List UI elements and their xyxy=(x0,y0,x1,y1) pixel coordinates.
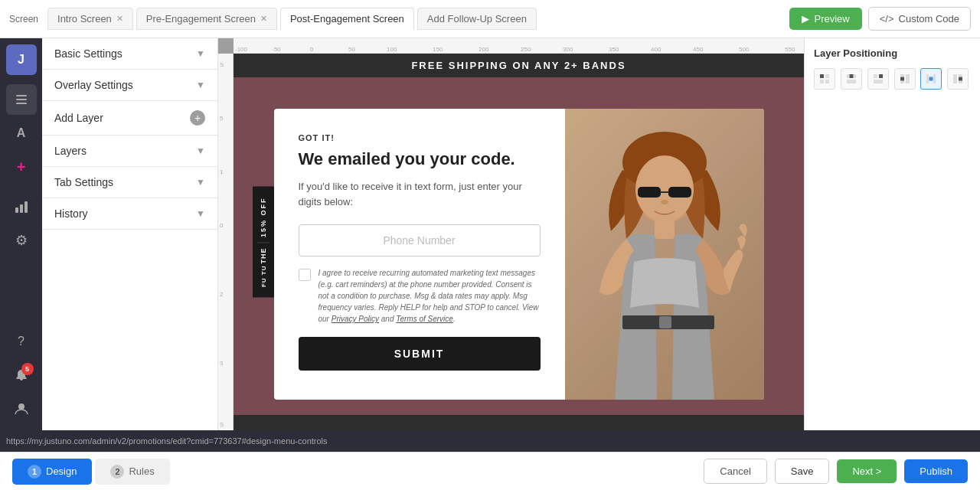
modal-subtitle: If you'd like to receive it in text form… xyxy=(299,179,541,209)
tab-design-label: Design xyxy=(46,466,77,477)
svg-rect-26 xyxy=(874,74,877,78)
top-bar: Screen Intro Screen ✕ Pre-Engagement Scr… xyxy=(0,0,980,38)
svg-rect-21 xyxy=(849,74,853,78)
canvas-bottom-bar xyxy=(234,415,804,430)
tab-pre-engagement[interactable]: Pre-Engagement Screen ✕ xyxy=(136,8,277,30)
add-layer-header[interactable]: Add Layer + xyxy=(42,101,217,135)
pos-btn-middle-center[interactable] xyxy=(920,68,942,90)
phone-number-input[interactable] xyxy=(299,224,541,256)
tab-pre-engagement-close[interactable]: ✕ xyxy=(260,14,267,24)
settings-icon: ⚙ xyxy=(15,232,28,249)
history-header[interactable]: History ▼ xyxy=(42,198,217,229)
svg-rect-16 xyxy=(659,316,671,328)
save-button[interactable]: Save xyxy=(775,459,830,484)
tab-post-engagement-label: Post-Engagement Screen xyxy=(290,13,404,24)
submit-button[interactable]: SUBMIT xyxy=(299,337,541,371)
svg-rect-3 xyxy=(15,207,18,213)
svg-rect-33 xyxy=(926,74,929,83)
tab-settings-header[interactable]: Tab Settings ▼ xyxy=(42,167,217,198)
preview-label: Preview xyxy=(814,13,849,24)
overlay-settings-chevron: ▼ xyxy=(196,80,205,90)
layers-header[interactable]: Layers ▼ xyxy=(42,136,217,166)
svg-rect-29 xyxy=(900,74,904,77)
side-badge-container: 15% OFF THE FU TU xyxy=(253,186,274,297)
svg-rect-23 xyxy=(854,74,856,78)
cancel-button[interactable]: Cancel xyxy=(704,459,766,484)
svg-rect-17 xyxy=(820,74,824,78)
svg-rect-19 xyxy=(820,80,824,83)
add-layer-label: Add Layer xyxy=(54,112,103,124)
sidebar-icon-font[interactable]: A xyxy=(6,118,37,149)
pos-btn-middle-left[interactable] xyxy=(894,68,916,90)
modal-right-image xyxy=(565,109,764,400)
modal-overlay: 15% OFF THE FU TU ✕ GOT IT! We emailed y… xyxy=(234,77,804,430)
sidebar-icon-settings[interactable]: ⚙ xyxy=(6,225,37,256)
history-label: History xyxy=(54,207,88,220)
sidebar-icon-notifications[interactable]: 5 xyxy=(6,360,37,390)
sidebar-icon-add[interactable]: + xyxy=(6,152,37,182)
basic-settings-label: Basic Settings xyxy=(54,47,122,60)
terms-link[interactable]: Terms of Service xyxy=(396,315,453,323)
svg-rect-11 xyxy=(668,187,691,198)
model-svg xyxy=(580,109,749,400)
pos-btn-top-left[interactable] xyxy=(814,68,835,90)
tab-add-follow-up[interactable]: Add Follow-Up Screen xyxy=(417,8,537,30)
layers-chevron: ▼ xyxy=(196,145,205,156)
svg-rect-0 xyxy=(16,95,27,96)
layers-label: Layers xyxy=(54,145,87,157)
tab-rules-label: Rules xyxy=(129,466,154,477)
custom-code-button[interactable]: </> Custom Code xyxy=(868,7,971,31)
svg-rect-4 xyxy=(20,204,23,213)
consent-text: I agree to receive recurring automated m… xyxy=(318,267,541,325)
svg-point-13 xyxy=(661,200,668,204)
sidebar-icon-user[interactable] xyxy=(6,394,37,424)
next-button[interactable]: Next > xyxy=(837,459,897,483)
svg-rect-34 xyxy=(933,74,936,83)
svg-rect-14 xyxy=(655,220,675,239)
tab-intro[interactable]: Intro Screen ✕ xyxy=(47,8,133,30)
svg-rect-27 xyxy=(874,80,883,83)
banner-text: FREE SHIPPING ON ANY 2+ BANDS xyxy=(411,60,626,71)
add-layer-section: Add Layer + xyxy=(42,101,217,136)
main-layout: J A + ⚙ ? xyxy=(0,38,980,430)
svg-rect-37 xyxy=(959,74,962,77)
tab-rules[interactable]: 2 Rules xyxy=(95,459,169,485)
pos-btn-top-center[interactable] xyxy=(841,68,862,90)
ruler-horizontal: -100 -50 0 50 100 150 200 250 300 350 40… xyxy=(234,38,804,54)
bottom-tabs: 1 Design 2 Rules xyxy=(12,459,170,485)
preview-button[interactable]: ▶ Preview xyxy=(789,8,861,30)
pos-btn-middle-right[interactable] xyxy=(947,68,969,90)
modal-left-content: GOT IT! We emailed you your code. If you… xyxy=(274,109,565,400)
custom-code-label: Custom Code xyxy=(899,13,959,24)
tab-intro-label: Intro Screen xyxy=(57,13,112,24)
add-layer-icon[interactable]: + xyxy=(190,110,205,126)
ruler-vertical: S 5 1 0 2 3 S xyxy=(218,54,234,430)
svg-rect-35 xyxy=(959,77,962,81)
side-badge: 15% OFF THE FU TU xyxy=(253,186,274,297)
sidebar-icon-help[interactable]: ? xyxy=(6,326,37,357)
tab-design[interactable]: 1 Design xyxy=(12,459,92,485)
svg-rect-10 xyxy=(638,187,661,198)
sidebar-icon-analytics[interactable] xyxy=(6,191,37,222)
svg-rect-38 xyxy=(959,81,962,83)
canvas-area: -100 -50 0 50 100 150 200 250 300 350 40… xyxy=(218,38,804,430)
bottom-right-buttons: Cancel Save Next > Publish xyxy=(704,459,968,484)
publish-button[interactable]: Publish xyxy=(904,459,968,483)
svg-rect-18 xyxy=(825,74,829,78)
right-panel-title: Layer Positioning xyxy=(814,47,971,59)
basic-settings-header[interactable]: Basic Settings ▼ xyxy=(42,38,217,69)
pos-btn-top-right[interactable] xyxy=(867,68,889,90)
next-label: Next > xyxy=(852,466,881,477)
history-section: History ▼ xyxy=(42,198,217,230)
tab-intro-close[interactable]: ✕ xyxy=(116,14,123,24)
sidebar-icon-layers[interactable] xyxy=(6,84,37,115)
consent-checkbox[interactable] xyxy=(299,269,311,281)
font-icon: A xyxy=(17,126,26,140)
logo-icon[interactable]: J xyxy=(6,44,37,75)
privacy-policy-link[interactable]: Privacy Policy xyxy=(332,315,379,323)
tab-post-engagement[interactable]: Post-Engagement Screen xyxy=(280,8,414,30)
basic-settings-chevron: ▼ xyxy=(196,48,205,59)
canvas-background: FREE SHIPPING ON ANY 2+ BANDS 15% OFF TH… xyxy=(234,54,804,430)
tab-settings-label: Tab Settings xyxy=(54,176,113,188)
overlay-settings-header[interactable]: Overlay Settings ▼ xyxy=(42,70,217,100)
